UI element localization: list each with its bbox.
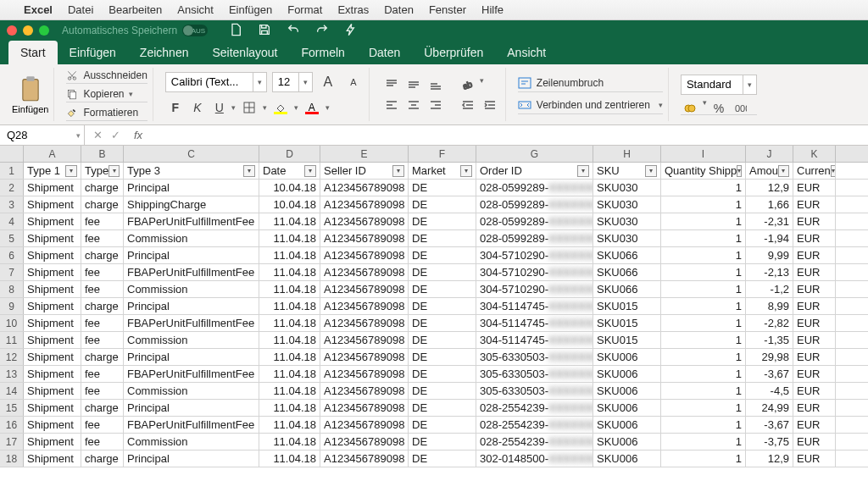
cell[interactable]: Shipment — [24, 196, 81, 213]
header-cell[interactable]: Seller ID▾ — [320, 163, 409, 179]
cell[interactable]: 11.04.18 — [259, 230, 320, 246]
menu-app[interactable]: Excel — [24, 3, 53, 16]
cell[interactable]: -4,5 — [746, 383, 793, 399]
format-painter-button[interactable]: Formatieren — [66, 105, 147, 121]
header-cell[interactable]: SKU▾ — [593, 163, 661, 179]
cell[interactable]: Principal — [124, 298, 259, 314]
cell[interactable]: 11.04.18 — [259, 281, 320, 297]
cell[interactable]: fee — [81, 281, 124, 297]
cell[interactable]: DE — [409, 281, 476, 297]
cell[interactable]: 1 — [661, 247, 746, 263]
cell[interactable]: DE — [409, 417, 476, 433]
cell[interactable]: EUR — [793, 349, 836, 365]
cell[interactable]: Shipment — [24, 451, 81, 467]
cell[interactable]: 305-6330503-XXXXXXX — [476, 383, 593, 399]
cell[interactable]: 1 — [661, 196, 746, 213]
cell[interactable]: A123456789098 — [320, 315, 409, 331]
cell[interactable]: 304-5710290-XXXXXXX — [476, 247, 593, 263]
col-header-D[interactable]: D — [259, 146, 320, 162]
filter-icon[interactable]: ▾ — [304, 165, 316, 177]
cell[interactable]: A123456789098 — [320, 247, 409, 263]
cell[interactable]: 302-0148500-XXXXXXX — [476, 451, 593, 467]
cell[interactable]: 1 — [661, 315, 746, 331]
cell[interactable]: fee — [81, 434, 124, 450]
lightning-icon[interactable] — [344, 23, 358, 39]
cell[interactable]: A123456789098 — [320, 451, 409, 467]
col-header-I[interactable]: I — [661, 146, 746, 162]
cell[interactable]: 1 — [661, 230, 746, 246]
header-cell[interactable]: Type▾ — [81, 163, 124, 179]
cell[interactable]: 028-2554239-XXXXXXX — [476, 400, 593, 416]
header-cell[interactable]: Curren▾ — [793, 163, 836, 179]
cell[interactable]: -3,67 — [746, 417, 793, 433]
fill-color-button[interactable] — [269, 98, 292, 117]
align-left-button[interactable] — [381, 97, 402, 113]
cell[interactable]: SKU006 — [593, 451, 661, 467]
row-header[interactable]: 16 — [0, 417, 24, 433]
cell[interactable]: Shipment — [24, 417, 81, 433]
cell[interactable]: 304-5710290-XXXXXXX — [476, 264, 593, 280]
cell[interactable]: Shipment — [24, 247, 81, 263]
select-all-corner[interactable] — [0, 146, 24, 162]
header-cell[interactable]: Amou▾ — [746, 163, 793, 179]
cell[interactable]: Shipment — [24, 315, 81, 331]
cell[interactable]: fee — [81, 366, 124, 382]
cell[interactable]: Shipment — [24, 383, 81, 399]
zoom-window-button[interactable] — [39, 25, 49, 36]
new-file-icon[interactable] — [229, 23, 242, 39]
filter-icon[interactable]: ▾ — [645, 165, 657, 177]
cell[interactable]: SKU030 — [593, 213, 661, 229]
font-name-combo[interactable]: Calibri (Text...▾ — [165, 72, 267, 92]
cell[interactable]: 304-5114745-XXXXXXX — [476, 315, 593, 331]
tab-zeichnen[interactable]: Zeichnen — [128, 41, 201, 64]
cell[interactable]: 10.04.18 — [259, 196, 320, 213]
cell[interactable]: EUR — [793, 366, 836, 382]
copy-button[interactable]: Kopieren▾ — [66, 86, 147, 102]
filter-icon[interactable]: ▾ — [243, 165, 255, 177]
cell[interactable]: Shipment — [24, 180, 81, 196]
cell[interactable]: 1 — [661, 349, 746, 365]
cell[interactable]: Shipment — [24, 298, 81, 314]
cell[interactable]: 11.04.18 — [259, 451, 320, 467]
cell[interactable]: A123456789098 — [320, 281, 409, 297]
cell[interactable]: DE — [409, 366, 476, 382]
bold-button[interactable]: F — [165, 97, 186, 118]
cell[interactable]: SKU006 — [593, 417, 661, 433]
minimize-window-button[interactable] — [23, 25, 33, 36]
spreadsheet-grid[interactable]: A B C D E F G H I J K 1Type 1▾Type▾Type … — [0, 146, 868, 467]
cell[interactable]: FBAPerUnitFulfillmentFee — [124, 417, 259, 433]
cell[interactable]: -2,82 — [746, 315, 793, 331]
row-header[interactable]: 3 — [0, 196, 24, 213]
cell[interactable]: 11.04.18 — [259, 315, 320, 331]
cell[interactable]: SKU030 — [593, 230, 661, 246]
cell[interactable]: A123456789098 — [320, 417, 409, 433]
cell[interactable]: 028-0599289-XXXXXXX — [476, 213, 593, 229]
cell[interactable]: -1,2 — [746, 281, 793, 297]
cell[interactable]: 1 — [661, 281, 746, 297]
cell[interactable]: 11.04.18 — [259, 298, 320, 314]
cell[interactable]: Principal — [124, 247, 259, 263]
cell[interactable]: SKU015 — [593, 315, 661, 331]
col-header-K[interactable]: K — [793, 146, 836, 162]
cell[interactable]: -3,67 — [746, 366, 793, 382]
cell[interactable]: SKU006 — [593, 383, 661, 399]
formula-input[interactable] — [147, 125, 868, 145]
row-header[interactable]: 10 — [0, 315, 24, 331]
cell[interactable]: DE — [409, 180, 476, 196]
filter-icon[interactable]: ▾ — [577, 165, 589, 177]
cell[interactable]: SKU006 — [593, 349, 661, 365]
header-cell[interactable]: Type 3▾ — [124, 163, 259, 179]
align-middle-button[interactable] — [403, 76, 424, 93]
cell[interactable]: DE — [409, 298, 476, 314]
cell[interactable]: SKU066 — [593, 264, 661, 280]
font-size-combo[interactable]: 12▾ — [272, 72, 313, 92]
cell[interactable]: -3,75 — [746, 434, 793, 450]
cell[interactable]: Shipment — [24, 264, 81, 280]
cell[interactable]: A123456789098 — [320, 298, 409, 314]
filter-icon[interactable]: ▾ — [108, 165, 120, 177]
cell[interactable]: EUR — [793, 451, 836, 467]
cell[interactable]: 11.04.18 — [259, 349, 320, 365]
cell[interactable]: Principal — [124, 400, 259, 416]
cell[interactable]: DE — [409, 247, 476, 263]
cell[interactable]: 1 — [661, 213, 746, 229]
